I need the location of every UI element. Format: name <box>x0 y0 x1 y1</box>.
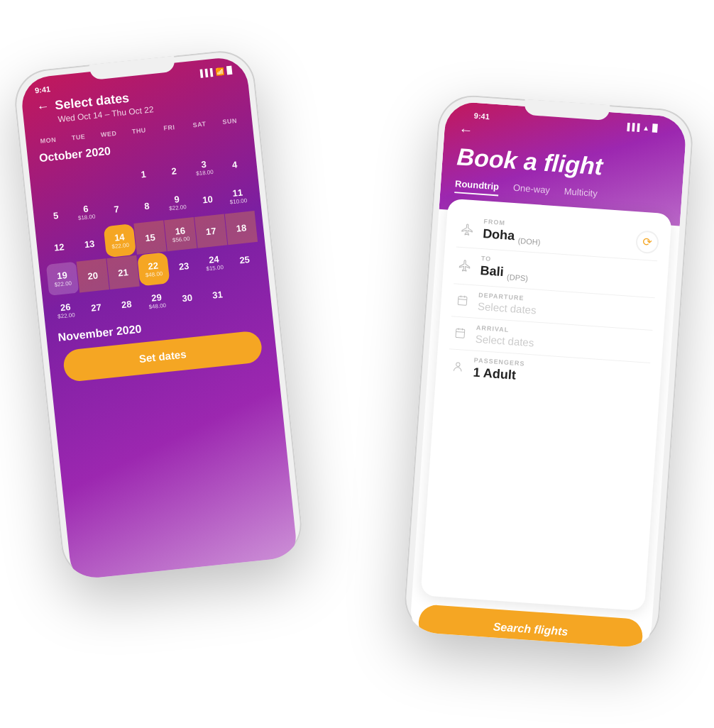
day-sun: SUN <box>214 116 246 126</box>
calendar-arrival-icon <box>450 322 471 343</box>
plane-from-icon <box>457 219 478 240</box>
to-content: TO Bali (DPS) <box>474 254 657 291</box>
calendar-cell[interactable]: 19$22.00 <box>46 262 79 296</box>
passengers-content: PASSENGERS 1 Adult <box>467 356 650 392</box>
calendar-cell[interactable]: 13 <box>73 227 106 261</box>
wifi-icon: 📶 <box>215 67 224 75</box>
svg-rect-4 <box>456 329 465 338</box>
day-tue: TUE <box>63 132 94 142</box>
day-fri: FRI <box>154 123 185 133</box>
signal-icon-r: ▐▐▐ <box>625 122 640 131</box>
tab-multicity[interactable]: Multicity <box>564 186 598 203</box>
signal-icon: ▐▐▐ <box>197 68 213 77</box>
status-icons-left: ▐▐▐ 📶 ▉ <box>197 66 233 77</box>
svg-rect-0 <box>458 297 467 306</box>
calendar-cell[interactable]: 27 <box>79 290 112 324</box>
october-grid: 123$18.00456$18.00789$22.001011$10.00121… <box>36 148 265 328</box>
tab-oneway[interactable]: One-way <box>512 182 550 200</box>
calendar-cell[interactable]: 14$22.00 <box>104 224 136 258</box>
calendar-cell <box>231 275 264 309</box>
calendar-cell[interactable]: 6$18.00 <box>70 195 102 229</box>
day-thu: THU <box>123 126 155 136</box>
calendar-cell[interactable]: 3$18.00 <box>188 150 221 184</box>
calendar-cell[interactable]: 8 <box>131 189 163 223</box>
left-screen: 9:41 ▐▐▐ 📶 ▉ ← Select dates Wed Oct 14 –… <box>19 55 299 581</box>
calendar-cell[interactable]: 17 <box>194 214 227 248</box>
calendar-cell[interactable]: 18 <box>225 211 258 245</box>
search-flights-button[interactable]: Search flights <box>417 604 644 649</box>
day-sat: SAT <box>184 119 215 129</box>
battery-icon: ▉ <box>226 66 233 75</box>
calendar-cell[interactable]: 4 <box>218 148 251 182</box>
calendar-cell[interactable]: 22$48.00 <box>137 252 170 286</box>
calendar-departure-icon <box>452 289 473 311</box>
tab-roundtrip[interactable]: Roundtrip <box>454 179 499 197</box>
status-icons-right: ▐▐▐ ▲ ▉ <box>625 122 659 132</box>
calendar-cell[interactable]: 1 <box>127 157 160 191</box>
person-icon <box>447 356 468 377</box>
time-right: 9:41 <box>473 111 490 121</box>
time-left: 9:41 <box>34 84 50 94</box>
svg-line-3 <box>458 299 467 300</box>
from-content: FROM Doha (DOH) <box>476 218 659 255</box>
back-icon-left[interactable]: ← <box>36 99 50 115</box>
calendar-cell[interactable]: 25 <box>228 243 260 277</box>
calendar-cell[interactable]: 15 <box>133 221 166 255</box>
calendar-cell[interactable]: 2 <box>158 154 190 188</box>
day-mon: MON <box>33 136 64 145</box>
calendar-cell[interactable]: 10 <box>191 182 224 216</box>
svg-point-8 <box>456 363 460 367</box>
phone-left: 9:41 ▐▐▐ 📶 ▉ ← Select dates Wed Oct 14 –… <box>11 48 304 581</box>
calendar-cell[interactable]: 23 <box>167 249 200 283</box>
calendar-cell[interactable]: 12 <box>43 230 75 264</box>
calendar-cell[interactable]: 29$48.00 <box>141 284 173 318</box>
calendar-cell[interactable]: 20 <box>77 258 109 292</box>
calendar-cell[interactable]: 5 <box>39 198 72 232</box>
battery-icon-r: ▉ <box>652 124 659 133</box>
calendar-cell[interactable]: 16$56.00 <box>164 217 197 251</box>
scene: 9:41 ▐▐▐ 📶 ▉ ← Select dates Wed Oct 14 –… <box>38 16 676 712</box>
calendar-cell[interactable]: 30 <box>171 281 204 315</box>
calendar-cell[interactable]: 11$10.00 <box>221 179 254 213</box>
calendar-cell[interactable]: 9$22.00 <box>160 185 193 219</box>
calendar-cell[interactable]: 26$22.00 <box>50 294 82 328</box>
calendar-cell <box>97 160 129 194</box>
form-card: FROM Doha (DOH) ⟳ <box>421 199 672 611</box>
calendar-cell[interactable]: 7 <box>100 192 133 226</box>
calendar-cell <box>36 166 69 200</box>
phone-right: 9:41 ▐▐▐ ▲ ▉ ← Book a flight Roundtrip O… <box>402 93 695 649</box>
wifi-icon-r: ▲ <box>642 123 650 132</box>
calendar-cell[interactable]: 28 <box>110 287 143 321</box>
right-screen: 9:41 ▐▐▐ ▲ ▉ ← Book a flight Roundtrip O… <box>409 101 687 649</box>
plane-to-icon <box>454 255 476 277</box>
october-calendar: October 2020 123$18.00456$18.00789$22.00… <box>27 130 271 329</box>
calendar-cell <box>66 163 99 197</box>
svg-line-7 <box>456 332 465 333</box>
calendar-cell[interactable]: 24$15.00 <box>198 246 231 280</box>
calendar-cell[interactable]: 21 <box>106 255 139 289</box>
day-wed: WED <box>93 129 124 139</box>
calendar-cell[interactable]: 31 <box>201 277 234 311</box>
